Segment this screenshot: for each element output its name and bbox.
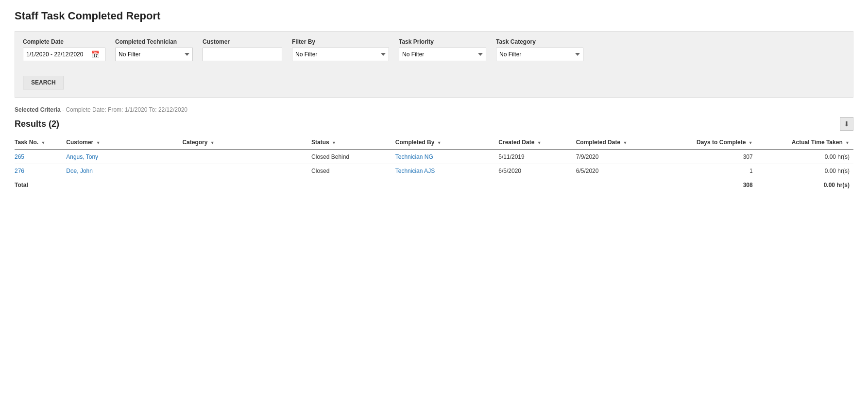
criteria-text: Selected Criteria - Complete Date: From:… <box>15 106 853 113</box>
col-header-daystocomplete[interactable]: Days to Complete ▼ <box>660 136 756 150</box>
customer-group: Customer <box>203 38 282 61</box>
cell-actualtimetaken: 0.00 hr(s) <box>757 150 853 164</box>
total-row: Total 308 0.00 hr(s) <box>15 178 853 192</box>
filter-by-group: Filter By No Filter <box>292 38 389 61</box>
cell-completedby: Technician NG <box>395 150 499 164</box>
cell-taskno: 276 <box>15 164 66 178</box>
sort-arrow-customer: ▼ <box>96 140 101 145</box>
cell-actualtimetaken: 0.00 hr(s) <box>757 164 853 178</box>
sort-arrow-category: ▼ <box>210 140 215 145</box>
criteria-label: Selected Criteria <box>15 106 61 113</box>
cell-customer: Angus, Tony <box>66 150 182 164</box>
results-header: Results (2) ⬇ <box>15 117 853 131</box>
cell-createddate: 6/5/2020 <box>498 164 576 178</box>
results-table: Task No. ▼ Customer ▼ Category ▼ Status … <box>15 136 853 192</box>
cell-createddate: 5/11/2019 <box>498 150 576 164</box>
task-category-select[interactable]: No Filter <box>496 48 583 61</box>
page-title: Staff Task Completed Report <box>15 10 853 22</box>
cell-category <box>182 164 311 178</box>
customer-link[interactable]: Angus, Tony <box>66 153 98 160</box>
complete-date-input[interactable] <box>26 51 89 58</box>
total-label: Total <box>15 178 660 192</box>
task-priority-select[interactable]: No Filter <box>399 48 486 61</box>
task-category-label: Task Category <box>496 38 583 45</box>
total-time: 0.00 hr(s) <box>757 178 853 192</box>
col-header-taskno[interactable]: Task No. ▼ <box>15 136 66 150</box>
total-days: 308 <box>660 178 756 192</box>
sort-arrow-completeddate: ▼ <box>623 140 627 145</box>
calendar-icon[interactable]: 📅 <box>91 51 100 58</box>
completed-by-link[interactable]: Technician AJS <box>395 168 435 174</box>
customer-link[interactable]: Doe, John <box>66 168 93 174</box>
sort-arrow-status: ▼ <box>332 140 336 145</box>
search-button[interactable]: SEARCH <box>23 76 64 89</box>
sort-arrow-createddate: ▼ <box>537 140 542 145</box>
cell-category <box>182 150 311 164</box>
customer-input[interactable] <box>203 48 282 61</box>
completed-technician-group: Completed Technician No Filter <box>115 38 193 61</box>
col-header-customer[interactable]: Customer ▼ <box>66 136 182 150</box>
cell-daystocomplete: 307 <box>660 150 756 164</box>
task-category-group: Task Category No Filter <box>496 38 583 61</box>
task-no-link[interactable]: 265 <box>15 153 24 160</box>
task-no-link[interactable]: 276 <box>15 168 24 174</box>
col-header-createddate[interactable]: Created Date ▼ <box>498 136 576 150</box>
filter-by-label: Filter By <box>292 38 389 45</box>
complete-date-group: Complete Date 📅 <box>23 38 105 61</box>
sort-arrow-actualtimetaken: ▼ <box>845 140 850 145</box>
completed-technician-select[interactable]: No Filter <box>115 48 193 61</box>
col-header-completedby[interactable]: Completed By ▼ <box>395 136 499 150</box>
col-header-category[interactable]: Category ▼ <box>182 136 311 150</box>
task-priority-label: Task Priority <box>399 38 486 45</box>
completed-technician-label: Completed Technician <box>115 38 193 45</box>
cell-customer: Doe, John <box>66 164 182 178</box>
table-row: 276 Doe, John Closed Technician AJS 6/5/… <box>15 164 853 178</box>
cell-taskno: 265 <box>15 150 66 164</box>
sort-arrow-completedby: ▼ <box>437 140 442 145</box>
download-button[interactable]: ⬇ <box>840 117 853 131</box>
complete-date-wrapper[interactable]: 📅 <box>23 48 105 61</box>
criteria-details: - Complete Date: From: 1/1/2020 To: 22/1… <box>61 106 187 113</box>
completed-by-link[interactable]: Technician NG <box>395 153 433 160</box>
complete-date-label: Complete Date <box>23 38 105 45</box>
results-title: Results (2) <box>15 119 59 129</box>
task-priority-group: Task Priority No Filter <box>399 38 486 61</box>
cell-daystocomplete: 1 <box>660 164 756 178</box>
filter-bar: Complete Date 📅 Completed Technician No … <box>15 31 853 98</box>
cell-status: Closed <box>311 164 395 178</box>
cell-status: Closed Behind <box>311 150 395 164</box>
table-row: 265 Angus, Tony Closed Behind Technician… <box>15 150 853 164</box>
customer-label: Customer <box>203 38 282 45</box>
filter-row: Complete Date 📅 Completed Technician No … <box>23 38 845 61</box>
sort-arrow-daystocomplete: ▼ <box>749 140 753 145</box>
filter-by-select[interactable]: No Filter <box>292 48 389 61</box>
sort-arrow-taskno: ▼ <box>41 140 45 145</box>
cell-completedby: Technician AJS <box>395 164 499 178</box>
cell-completeddate: 6/5/2020 <box>576 164 660 178</box>
cell-completeddate: 7/9/2020 <box>576 150 660 164</box>
col-header-actualtimetaken[interactable]: Actual Time Taken ▼ <box>757 136 853 150</box>
col-header-status[interactable]: Status ▼ <box>311 136 395 150</box>
table-header: Task No. ▼ Customer ▼ Category ▼ Status … <box>15 136 853 150</box>
col-header-completeddate[interactable]: Completed Date ▼ <box>576 136 660 150</box>
table-body: 265 Angus, Tony Closed Behind Technician… <box>15 150 853 192</box>
